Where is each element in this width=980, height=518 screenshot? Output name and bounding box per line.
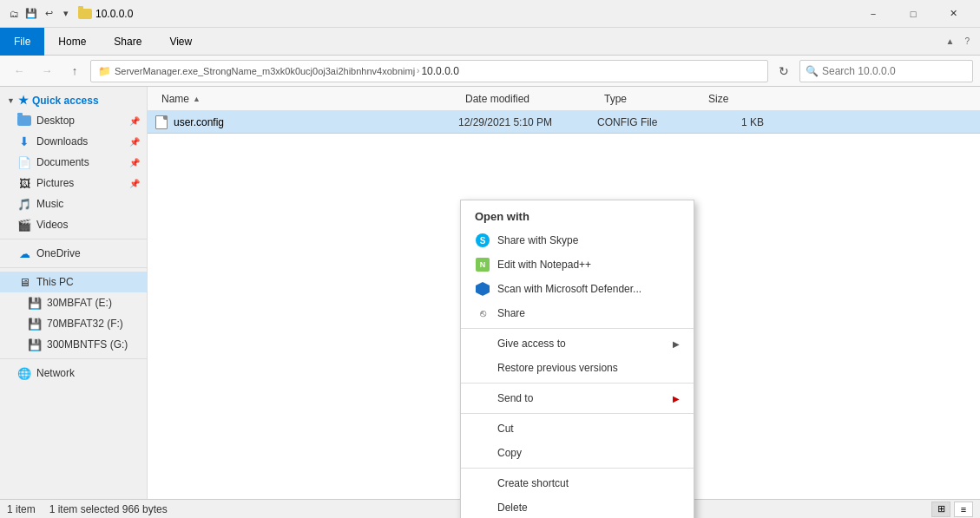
sidebar-quickaccess-header[interactable]: ▼ ★ Quick access	[0, 90, 147, 110]
sidebar-drive-e-label: 30MBFAT (E:)	[47, 297, 112, 309]
sidebar-item-drive-e[interactable]: 💾 30MBFAT (E:)	[0, 292, 147, 313]
folder-icon	[78, 9, 92, 19]
title-folder: 10.0.0.0	[78, 8, 133, 20]
status-view-toggle: ⊞ ≡	[931, 502, 973, 517]
back-button[interactable]: ←	[7, 59, 31, 83]
ctx-sep1	[461, 328, 694, 329]
sort-arrow: ▲	[193, 95, 201, 103]
ctx-share-item[interactable]: ⎋ Share	[461, 301, 694, 325]
view-icons-btn[interactable]: ⊞	[931, 502, 950, 517]
sidebar-item-drive-f[interactable]: 💾 70MBFAT32 (F:)	[0, 313, 147, 334]
file-name-cell: user.config	[155, 115, 458, 129]
ctx-sep2	[461, 383, 694, 384]
ctx-notepad-label: Edit with Notepad++	[497, 259, 591, 271]
sidebar-item-drive-g[interactable]: 💾 300MBNTFS (G:)	[0, 334, 147, 355]
close-button[interactable]: ✕	[933, 0, 973, 28]
tab-file[interactable]: File	[0, 28, 44, 56]
tab-share[interactable]: Share	[100, 28, 155, 56]
sidebar-music-label: Music	[36, 198, 63, 210]
sidebar-item-thispc[interactable]: 🖥 This PC	[0, 272, 147, 292]
restore-icon	[475, 360, 490, 376]
drive-g-icon: 💾	[28, 338, 42, 351]
ctx-defender-item[interactable]: Scan with Microsoft Defender...	[461, 277, 694, 301]
sendto-icon	[475, 390, 490, 406]
maximize-button[interactable]: □	[893, 0, 933, 28]
undo-icon: ↩	[42, 7, 56, 21]
quick-access-icon: 🗂	[7, 7, 21, 21]
file-type: CONFIG File	[597, 116, 657, 128]
sidebar-drive-g-label: 300MBNTFS (G:)	[47, 338, 128, 351]
ctx-copy-label: Copy	[497, 447, 522, 459]
sidebar-drive-f-label: 70MBFAT32 (F:)	[47, 318, 123, 330]
sidebar-pictures-label: Pictures	[36, 177, 74, 189]
title-bar: 🗂 💾 ↩ ▾ 10.0.0.0 − □ ✕	[0, 0, 980, 28]
pin-icon-dl: 📌	[129, 137, 140, 147]
forward-button[interactable]: →	[35, 59, 59, 83]
music-icon: 🎵	[17, 197, 31, 211]
sidebar-item-music[interactable]: 🎵 Music	[0, 193, 147, 214]
sidebar: ▼ ★ Quick access Desktop 📌 ⬇ Downloads 📌…	[0, 87, 148, 499]
ribbon: File Home Share View ▲ ?	[0, 28, 980, 56]
search-input[interactable]	[822, 65, 967, 77]
sidebar-item-onedrive[interactable]: ☁ OneDrive	[0, 243, 147, 264]
up-button[interactable]: ↑	[62, 59, 87, 83]
tab-view[interactable]: View	[155, 28, 206, 56]
ribbon-collapse-btn[interactable]: ▲	[943, 33, 958, 49]
view-list-btn[interactable]: ≡	[954, 502, 973, 517]
save-icon: 💾	[24, 7, 38, 21]
main-layout: ▼ ★ Quick access Desktop 📌 ⬇ Downloads 📌…	[0, 87, 980, 499]
ctx-delete-label: Delete	[497, 502, 528, 514]
ctx-notepad-item[interactable]: N Edit with Notepad++	[461, 252, 694, 277]
dropdown-icon[interactable]: ▾	[59, 7, 73, 21]
giveaccess-icon	[475, 336, 490, 351]
ctx-giveaccess-item[interactable]: Give access to ▶	[461, 331, 694, 356]
quickaccess-label: Quick access	[32, 95, 99, 107]
drive-f-icon: 💾	[28, 317, 42, 331]
col-date-label: Date modified	[465, 93, 529, 105]
ctx-createshortcut-item[interactable]: Create shortcut	[461, 471, 694, 495]
drive-e-icon: 💾	[28, 296, 42, 310]
col-header-name[interactable]: Name ▲	[155, 87, 458, 111]
ctx-skype-item[interactable]: S Share with Skype	[461, 228, 694, 252]
file-size-cell: 1 KB	[701, 116, 771, 128]
file-size: 1 KB	[741, 116, 764, 128]
address-path[interactable]: 📁 ServerManager.exe_StrongName_m3xk0k0uc…	[90, 60, 768, 82]
thispc-icon: 🖥	[17, 275, 31, 289]
ctx-copy-item[interactable]: Copy	[461, 441, 694, 465]
sidebar-desktop-label: Desktop	[36, 115, 75, 127]
path-part1: ServerManager.exe_StrongName_m3xk0k0ucj0…	[115, 66, 415, 76]
tab-home[interactable]: Home	[44, 28, 100, 56]
cut-icon	[475, 421, 490, 436]
giveaccess-arrow-icon: ▶	[673, 339, 680, 349]
sidebar-thispc-label: This PC	[36, 276, 74, 288]
file-row[interactable]: user.config 12/29/2021 5:10 PM CONFIG Fi…	[148, 111, 980, 134]
window-controls: − □ ✕	[853, 0, 973, 28]
quickaccess-star-icon: ★	[18, 94, 29, 107]
sidebar-item-network[interactable]: 🌐 Network	[0, 363, 147, 384]
ctx-cut-item[interactable]: Cut	[461, 416, 694, 441]
sidebar-item-documents[interactable]: 📄 Documents 📌	[0, 152, 147, 173]
sidebar-onedrive-label: OneDrive	[36, 247, 81, 259]
col-header-size[interactable]: Size	[701, 87, 771, 111]
sidebar-item-pictures[interactable]: 🖼 Pictures 📌	[0, 173, 147, 193]
address-bar: ← → ↑ 📁 ServerManager.exe_StrongName_m3x…	[0, 56, 980, 87]
search-box[interactable]: 🔍	[799, 60, 973, 82]
col-type-label: Type	[604, 93, 627, 105]
refresh-button[interactable]: ↻	[772, 59, 796, 83]
share-icon: ⎋	[475, 305, 490, 321]
col-header-date[interactable]: Date modified	[458, 87, 597, 111]
defender-icon	[475, 281, 490, 297]
col-header-type[interactable]: Type	[597, 87, 701, 111]
downloads-icon: ⬇	[17, 134, 31, 148]
ctx-sendto-item[interactable]: Send to ▶	[461, 386, 694, 410]
sidebar-item-videos[interactable]: 🎬 Videos	[0, 214, 147, 235]
sidebar-item-desktop[interactable]: Desktop 📌	[0, 110, 147, 131]
sidebar-network-label: Network	[36, 367, 75, 379]
sidebar-item-downloads[interactable]: ⬇ Downloads 📌	[0, 131, 147, 152]
notepadpp-icon: N	[475, 257, 490, 272]
desktop-folder-icon	[17, 114, 31, 128]
ctx-restore-item[interactable]: Restore previous versions	[461, 356, 694, 380]
help-button[interactable]: ?	[961, 33, 973, 49]
minimize-button[interactable]: −	[853, 0, 893, 28]
ctx-delete-item[interactable]: Delete	[461, 495, 694, 518]
